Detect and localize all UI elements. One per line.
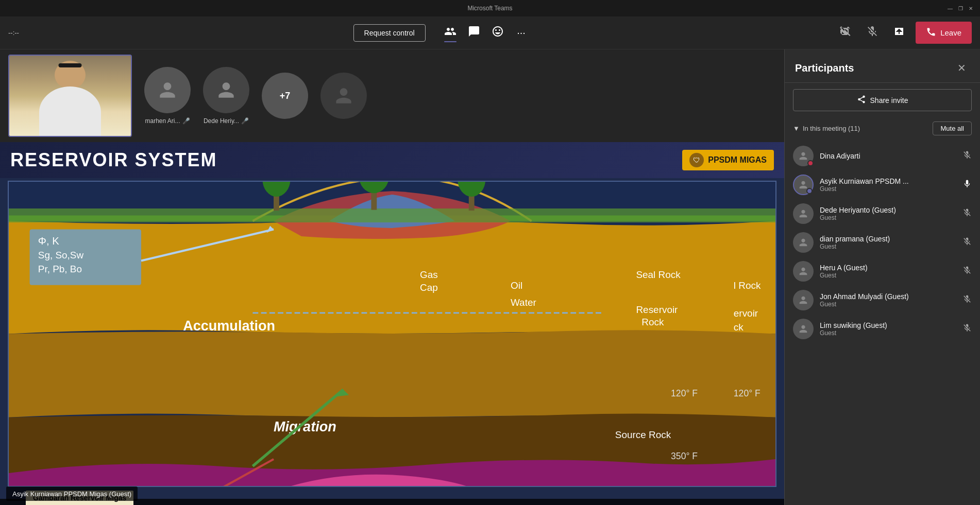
section-label: ▼ In this meeting (11) <box>793 125 860 132</box>
local-video-bg <box>9 56 131 136</box>
sidebar-title: Participants <box>795 62 854 74</box>
participant-mic-lim <box>962 323 972 335</box>
avatar-dina <box>793 146 814 166</box>
svg-text:Accumulation: Accumulation <box>183 318 275 334</box>
participant-info-dina: Dina Adiyarti <box>820 152 956 160</box>
svg-text:ck: ck <box>734 322 744 333</box>
participant-mic-jon <box>962 294 972 306</box>
dede-mic-icon: 🎤 <box>241 117 249 125</box>
participants-panel: Participants ✕ Share invite ▼ In this me… <box>784 49 980 505</box>
svg-text:Water: Water <box>511 297 536 308</box>
leave-button[interactable]: Leave <box>916 22 972 44</box>
close-panel-button[interactable]: ✕ <box>953 60 970 76</box>
mute-all-button[interactable]: Mute all <box>933 121 972 135</box>
list-item[interactable]: Asyik Kurniawan PPSDM ... Guest <box>785 170 980 199</box>
share-invite-button[interactable]: Share invite <box>793 89 972 111</box>
avatar-dede-name: Dede Heriy... 🎤 <box>204 117 249 125</box>
svg-text:Φ, K: Φ, K <box>38 235 59 247</box>
in-meeting-count: In this meeting (11) <box>803 125 860 132</box>
share-invite-icon <box>857 95 866 106</box>
participant-marhen: marhen Ari... 🎤 <box>144 67 191 125</box>
chat-button[interactable] <box>464 23 484 43</box>
presenter-name-text: Asyik Kurniawan PPSDM Migas (Guest) <box>12 490 131 498</box>
avatar-dede-circle <box>203 67 249 113</box>
svg-text:Seal Rock: Seal Rock <box>636 269 681 280</box>
participant-name-dede2: Dede Heriyanto (Guest) <box>820 206 956 214</box>
svg-text:Cap: Cap <box>420 282 438 293</box>
participant-mic-dian <box>962 237 972 248</box>
svg-text:Oil: Oil <box>511 280 522 291</box>
chat-icon <box>468 25 480 40</box>
presentation-area: RESERVOIR SYSTEM 🛡 PPSDM MIGAS <box>0 142 784 505</box>
list-item[interactable]: Heru A (Guest) Guest <box>785 257 980 286</box>
participant-role-lim: Guest <box>820 329 956 337</box>
svg-text:Reservoir: Reservoir <box>636 304 678 315</box>
slide-container: RESERVOIR SYSTEM 🛡 PPSDM MIGAS <box>0 142 784 505</box>
list-item[interactable]: Lim suwiking (Guest) Guest <box>785 315 980 343</box>
ppsdm-badge: 🛡 PPSDM MIGAS <box>682 150 774 170</box>
ppsdm-text: PPSDM MIGAS <box>708 155 767 165</box>
participants-button[interactable] <box>440 23 461 43</box>
avatar-more-circle[interactable]: +7 <box>262 73 308 119</box>
main-content: marhen Ari... 🎤 Dede Heriy... 🎤 +7 <box>0 49 980 505</box>
toolbar-center: Request control <box>353 23 532 43</box>
participant-more[interactable]: +7 <box>262 73 308 119</box>
chevron-down-icon: ▼ <box>793 125 800 132</box>
participants-icon <box>444 25 457 40</box>
participant-info-lim: Lim suwiking (Guest) Guest <box>820 321 956 337</box>
svg-text:ervoir: ervoir <box>734 308 758 319</box>
avatar-lim <box>793 319 814 339</box>
participants-list: Dina Adiyarti Asyik Kurniawan PPS <box>785 140 980 505</box>
camera-toggle-button[interactable] <box>835 23 856 43</box>
svg-text:Pr, Pb, Bo: Pr, Pb, Bo <box>38 264 82 274</box>
list-item[interactable]: Jon Ahmad Mulyadi (Guest) Guest <box>785 286 980 315</box>
participant-name-lim: Lim suwiking (Guest) <box>820 321 956 329</box>
mic-toggle-button[interactable] <box>862 23 883 43</box>
participant-info-jon: Jon Ahmad Mulyadi (Guest) Guest <box>820 292 956 308</box>
list-item[interactable]: Dina Adiyarti <box>785 142 980 170</box>
participant-strip: marhen Ari... 🎤 Dede Heriy... 🎤 +7 <box>0 49 784 142</box>
timer: --:-- <box>8 29 49 37</box>
participant-name-dina: Dina Adiyarti <box>820 152 956 160</box>
participant-dede: Dede Heriy... 🎤 <box>203 67 249 125</box>
participant-mic-asyik <box>962 179 972 190</box>
participant-role-asyik: Guest <box>820 185 956 193</box>
toolbar-icons: ··· <box>440 23 532 43</box>
geo-illustration-svg: Φ, K Sg, So,Sw Pr, Pb, Bo Accumulation <box>9 182 775 486</box>
svg-text:Rock: Rock <box>641 317 664 327</box>
local-video <box>8 55 132 137</box>
leave-phone-icon <box>926 27 936 39</box>
avatar-heru <box>793 261 814 282</box>
list-item[interactable]: Dede Heriyanto (Guest) Guest <box>785 199 980 228</box>
list-item[interactable]: dian pramana (Guest) Guest <box>785 228 980 257</box>
participant-role-heru: Guest <box>820 272 956 279</box>
svg-text:120° F: 120° F <box>734 388 761 398</box>
ppsdm-icon: 🛡 <box>689 153 704 167</box>
toolbar-right: Leave <box>835 22 972 44</box>
reactions-button[interactable] <box>487 23 508 43</box>
avatar-dede2 <box>793 203 814 224</box>
share-screen-icon <box>893 25 905 40</box>
close-button[interactable]: ✕ <box>968 5 974 11</box>
minimize-button[interactable]: — <box>947 5 953 11</box>
maximize-button[interactable]: ❐ <box>957 5 964 11</box>
participant-role-jon: Guest <box>820 301 956 308</box>
more-options-button[interactable]: ··· <box>511 23 532 43</box>
slide-title: RESERVOIR SYSTEM <box>10 149 217 171</box>
avatar-marhen-name: marhen Ari... 🎤 <box>145 117 190 125</box>
toolbar: --:-- Request control <box>0 16 980 49</box>
avatar-dian <box>793 232 814 253</box>
participant-info-dede2: Dede Heriyanto (Guest) Guest <box>820 206 956 221</box>
share-screen-button[interactable] <box>889 23 909 43</box>
window-controls[interactable]: — ❐ ✕ <box>947 5 974 11</box>
request-control-button[interactable]: Request control <box>353 24 426 42</box>
participant-empty <box>320 73 367 119</box>
mic-off-icon <box>866 25 878 40</box>
svg-text:Gas: Gas <box>420 269 438 280</box>
participant-info-asyik: Asyik Kurniawan PPSDM ... Guest <box>820 177 956 193</box>
status-dot-asyik <box>806 188 813 194</box>
avatar-empty-circle <box>320 73 367 119</box>
svg-text:Sg, So,Sw: Sg, So,Sw <box>38 250 84 260</box>
participant-name-asyik: Asyik Kurniawan PPSDM ... <box>820 177 956 185</box>
participant-role-dian: Guest <box>820 243 956 250</box>
